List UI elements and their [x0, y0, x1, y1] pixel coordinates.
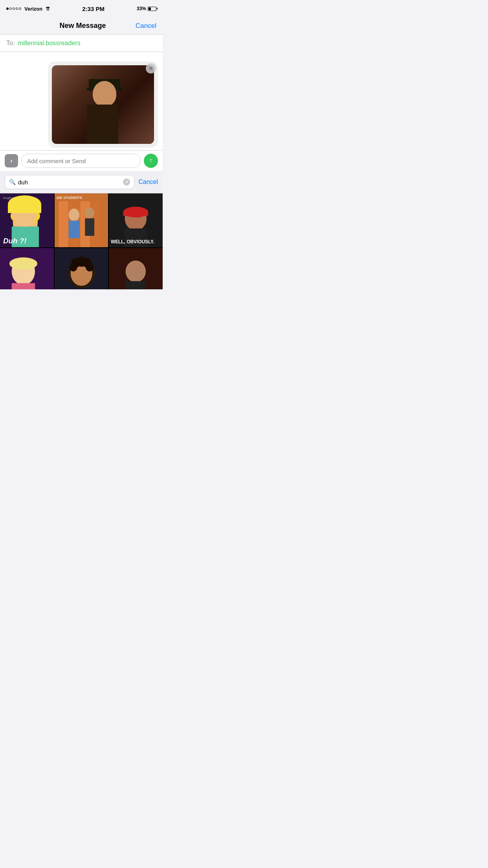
- signal-dot-2: [9, 7, 12, 10]
- signal-dot-3: [13, 7, 15, 10]
- battery-percentage: 33%: [137, 6, 146, 11]
- status-right: 33%: [137, 6, 156, 11]
- message-body: ✕: [0, 52, 163, 150]
- battery-box: [148, 7, 156, 11]
- nav-bar: New Message Cancel: [0, 17, 163, 35]
- gif-svg-3: WELL, OBVIOUSLY.: [109, 193, 163, 247]
- expand-button[interactable]: ›: [5, 154, 18, 167]
- svg-point-13: [85, 208, 94, 219]
- send-arrow-icon: ↑: [149, 156, 153, 165]
- gif-item-1[interactable]: blogteyls | tumblr Duh ?!: [0, 193, 54, 247]
- status-left: Verizon ⇈: [6, 6, 50, 12]
- gif-grid: blogteyls | tumblr Duh ?! IDE STUDENTS: [0, 193, 163, 289]
- gif-image-1: blogteyls | tumblr Duh ?!: [0, 193, 54, 247]
- gif-item-4[interactable]: [0, 248, 54, 289]
- svg-rect-12: [68, 221, 79, 238]
- to-recipient: millennial.bossreaders: [18, 40, 80, 47]
- cancel-button[interactable]: Cancel: [136, 22, 156, 30]
- gif-item-2[interactable]: IDE STUDENTS: [55, 193, 108, 247]
- gif-image-2: IDE STUDENTS: [55, 193, 108, 247]
- gif-close-button[interactable]: ✕: [146, 63, 156, 74]
- gif-image-3: WELL, OBVIOUSLY.: [109, 193, 163, 247]
- gif-svg-5: [55, 248, 108, 289]
- svg-text:IDE STUDENTS: IDE STUDENTS: [57, 196, 82, 200]
- svg-point-11: [68, 209, 79, 221]
- wifi-icon: ⇈: [46, 6, 50, 12]
- svg-point-33: [86, 263, 94, 271]
- gif-item-3[interactable]: WELL, OBVIOUSLY.: [109, 193, 163, 247]
- gif-svg-4: [0, 248, 54, 289]
- gif-figure: [81, 77, 136, 144]
- svg-point-36: [126, 260, 146, 282]
- comment-input[interactable]: [21, 154, 141, 168]
- signal-dot-1: [6, 7, 9, 10]
- gif-image-4: [0, 248, 54, 289]
- gif-body: [87, 105, 118, 144]
- svg-point-24: [9, 257, 37, 270]
- svg-point-32: [69, 263, 77, 271]
- svg-rect-7: [59, 201, 68, 247]
- to-field[interactable]: To: millennial.bossreaders: [0, 35, 163, 52]
- svg-rect-14: [85, 218, 94, 236]
- gif-image-5: [55, 248, 108, 289]
- search-clear-button[interactable]: ✕: [123, 178, 130, 186]
- nav-title: New Message: [60, 22, 106, 30]
- search-icon: 🔍: [9, 179, 16, 185]
- gif-svg-1: blogteyls | tumblr Duh ?!: [0, 193, 54, 247]
- input-bar: › ↑: [0, 150, 163, 171]
- svg-text:blogteyls | tumblr: blogteyls | tumblr: [3, 196, 27, 200]
- search-field[interactable]: 🔍 duh ✕: [5, 175, 134, 189]
- send-button[interactable]: ↑: [144, 154, 158, 168]
- gif-item-5[interactable]: [55, 248, 108, 289]
- gif-search-bar: 🔍 duh ✕ Cancel: [0, 171, 163, 193]
- gif-svg-6: DHX: [109, 248, 163, 289]
- svg-rect-19: [123, 212, 148, 216]
- status-bar: Verizon ⇈ 2:33 PM 33%: [0, 0, 163, 17]
- svg-point-2: [11, 208, 40, 225]
- search-query-text: duh: [18, 179, 121, 186]
- carrier-label: Verizon: [24, 6, 42, 12]
- status-time: 2:33 PM: [82, 6, 105, 12]
- chevron-right-icon: ›: [10, 157, 12, 164]
- gif-bubble: ✕: [48, 61, 158, 148]
- signal-dot-4: [16, 7, 18, 10]
- search-cancel-button[interactable]: Cancel: [138, 178, 158, 186]
- battery-fill: [149, 7, 151, 10]
- to-label: To:: [6, 40, 15, 47]
- gif-svg-2: IDE STUDENTS: [55, 193, 108, 247]
- svg-text:WELL, OBVIOUSLY.: WELL, OBVIOUSLY.: [111, 239, 154, 245]
- gif-image-6: DHX: [109, 248, 163, 289]
- svg-rect-25: [12, 283, 35, 289]
- signal-strength: [6, 7, 21, 10]
- battery-icon: [148, 7, 156, 11]
- gif-head: [93, 81, 116, 107]
- gif-preview: [52, 65, 154, 144]
- signal-dot-5: [19, 7, 21, 10]
- svg-text:Duh ?!: Duh ?!: [3, 237, 27, 245]
- svg-rect-37: [126, 281, 146, 289]
- gif-item-6[interactable]: DHX: [109, 248, 163, 289]
